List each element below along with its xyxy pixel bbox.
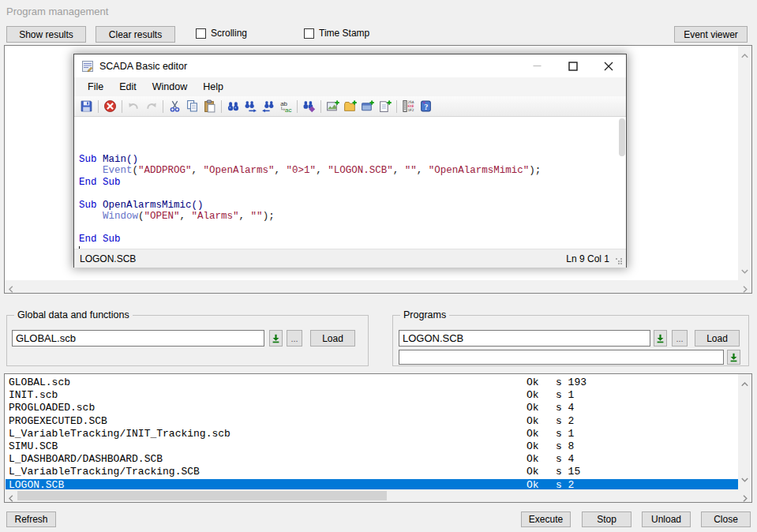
scroll-up-icon[interactable] [741, 50, 748, 61]
dialog-title: SCADA Basic editor [99, 61, 187, 72]
result-status: Ok [527, 415, 539, 428]
new-window-icon[interactable] [359, 98, 376, 114]
help-icon[interactable]: ? [418, 98, 434, 114]
result-info: s 1 [556, 428, 574, 440]
scrolling-checkbox-box[interactable] [196, 28, 206, 39]
program-import-button[interactable] [654, 330, 667, 347]
result-info: s 2 [556, 415, 574, 428]
close-icon[interactable] [590, 54, 626, 77]
toolbar-separator [320, 100, 321, 113]
time-stamp-checkbox-box[interactable] [304, 28, 314, 39]
program-args-import-button[interactable] [727, 350, 740, 365]
result-name: GLOBAL.scb [9, 377, 70, 388]
result-status: Ok [527, 440, 539, 453]
result-status: Ok [527, 402, 539, 414]
global-load-button[interactable]: Load [310, 330, 355, 347]
minimize-icon[interactable] [519, 54, 555, 77]
result-name: PROGLOADED.scb [9, 402, 95, 414]
refresh-button[interactable]: Refresh [6, 511, 56, 527]
undo-icon[interactable] [126, 98, 142, 114]
cut-icon[interactable] [167, 98, 183, 114]
output-horizontal-scrollbar[interactable] [5, 280, 751, 293]
result-status: Ok [527, 389, 539, 402]
scroll-down-icon[interactable] [741, 265, 748, 276]
scroll-left-icon[interactable] [9, 284, 13, 295]
list-horizontal-scrollbar[interactable] [5, 489, 751, 502]
result-status: Ok [527, 466, 539, 478]
new-mimic-icon[interactable] [324, 98, 341, 114]
global-import-button[interactable] [269, 330, 283, 347]
program-list-icon[interactable]: 25AEXE1F2 [400, 98, 417, 114]
stop-button[interactable]: Stop [582, 511, 631, 527]
code-scrollbar-thumb[interactable] [619, 118, 625, 156]
result-name: L_VariableTracking/INIT_Tracking.scb [9, 428, 230, 440]
global-browse-button[interactable]: ... [287, 330, 302, 347]
resize-grip[interactable] [616, 258, 623, 265]
program-file-input[interactable] [399, 330, 650, 347]
result-info: s 1 [556, 389, 574, 402]
scroll-left-icon[interactable] [9, 493, 13, 505]
clear-results-button[interactable]: Clear results [96, 26, 175, 43]
output-vertical-scrollbar[interactable] [738, 46, 751, 280]
unload-button[interactable]: Unload [642, 511, 691, 527]
result-row[interactable]: L_VariableTracking/INIT_Tracking.scbOks … [6, 428, 738, 440]
global-file-input[interactable] [12, 330, 264, 347]
import-arrow-icon [729, 353, 738, 362]
toolbar-separator [163, 100, 163, 113]
event-viewer-button[interactable]: Event viewer [674, 26, 748, 43]
result-name: INIT.scb [9, 389, 58, 401]
code-line: Sub OpenAlarmsMimic() [79, 200, 626, 212]
replace-icon[interactable]: abac [277, 98, 294, 114]
stop-icon[interactable] [102, 98, 118, 114]
list-vertical-scrollbar[interactable] [738, 374, 751, 489]
menu-file[interactable]: File [80, 79, 111, 95]
redo-icon[interactable] [143, 98, 159, 114]
find-previous-icon[interactable] [260, 98, 276, 114]
result-row[interactable]: PROGLOADED.scbOks 4 [6, 402, 738, 414]
find-in-files-icon[interactable] [301, 98, 317, 114]
maximize-icon[interactable] [555, 54, 590, 77]
program-args-input[interactable] [399, 350, 724, 365]
program-browse-button[interactable]: ... [672, 330, 688, 347]
editor-app-icon [81, 60, 94, 73]
result-name: PROGEXECUTED.SCB [9, 415, 107, 427]
show-results-button[interactable]: Show results [6, 26, 86, 43]
result-row[interactable]: L_DASHBOARD/DASHBOARD.SCBOks 4 [6, 453, 738, 466]
scroll-down-icon[interactable] [741, 474, 748, 485]
scroll-right-icon[interactable] [743, 493, 748, 505]
code-line: Sub Main() [79, 154, 626, 166]
close-button[interactable]: Close [701, 511, 751, 527]
paste-icon[interactable] [201, 98, 218, 114]
scrollbar-thumb[interactable] [17, 491, 387, 500]
find-icon[interactable] [225, 98, 242, 114]
result-info: s 4 [556, 402, 574, 414]
save-icon[interactable] [78, 98, 95, 114]
program-load-button[interactable]: Load [695, 330, 740, 347]
result-row[interactable]: L_VariableTracking/Tracking.SCBOks 15 [6, 466, 738, 478]
result-row[interactable]: GLOBAL.scbOks 193 [6, 377, 738, 389]
result-row[interactable]: PROGEXECUTED.SCBOks 2 [6, 415, 738, 428]
scrolling-checkbox[interactable]: Scrolling [196, 28, 247, 39]
code-line: Window("OPEN", "Alarms", ""); [79, 211, 626, 223]
result-info: s 193 [556, 377, 586, 389]
scroll-right-icon[interactable] [743, 284, 748, 295]
svg-text:1F2: 1F2 [407, 108, 414, 112]
code-line [79, 223, 626, 234]
execute-button[interactable]: Execute [521, 511, 571, 527]
menu-help[interactable]: Help [195, 79, 231, 95]
result-row[interactable]: INIT.scbOks 1 [6, 389, 738, 402]
result-row[interactable]: SIMU.SCBOks 8 [6, 440, 738, 453]
new-document-icon[interactable] [377, 98, 393, 114]
code-editor[interactable]: Sub Main() Event("ADDPROG", "OpenAlarms"… [74, 117, 626, 249]
menu-edit[interactable]: Edit [111, 79, 144, 95]
programs-group-label: Programs [400, 309, 449, 320]
time-stamp-checkbox[interactable]: Time Stamp [304, 28, 369, 39]
find-next-icon[interactable] [242, 98, 259, 114]
code-line [79, 245, 626, 249]
scroll-up-icon[interactable] [741, 378, 748, 390]
editor-toolbar: abac25AEXE1F2? [74, 96, 626, 117]
menu-window[interactable]: Window [144, 79, 195, 95]
copy-icon[interactable] [184, 98, 200, 114]
new-folder-icon[interactable] [342, 98, 358, 114]
dialog-titlebar[interactable]: SCADA Basic editor [74, 54, 626, 77]
